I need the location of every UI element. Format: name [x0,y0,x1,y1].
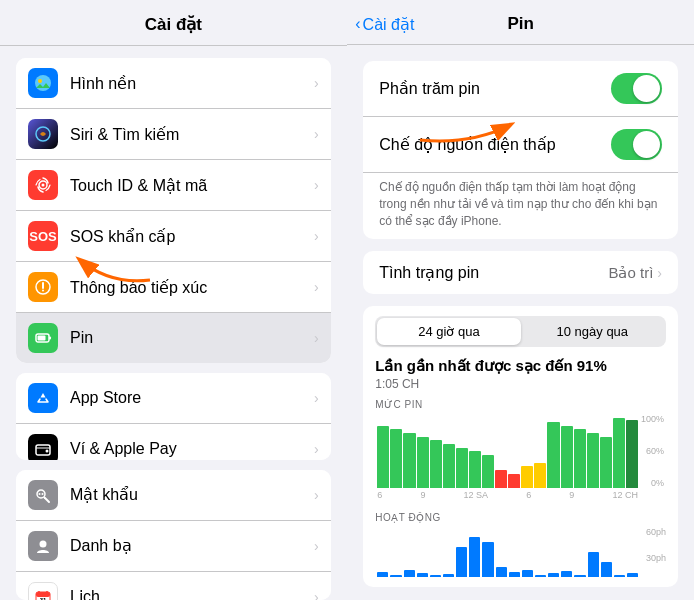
bar-17 [587,433,599,489]
chevron-danhba: › [314,538,319,554]
chart-y-labels: 100% 60% 0% [641,414,666,488]
hd-bar-6 [443,574,454,577]
back-button[interactable]: ‹ Cài đặt [355,15,414,34]
chevron-touchid: › [314,177,319,193]
x-6: 6 [526,490,531,500]
bar-18 [600,437,612,489]
svg-point-7 [42,290,44,292]
label-phantram: Phần trăm pin [379,79,480,98]
label-sos: SOS khẩn cấp [70,227,314,246]
icon-touchid [28,170,58,200]
hd-bar-16 [574,575,585,578]
icon-thongbao [28,272,58,302]
bar-11 [508,474,520,489]
icon-lich: 31 [28,582,58,600]
x-9: 9 [569,490,574,500]
row-pin[interactable]: Pin › [16,313,331,363]
row-touchid[interactable]: Touch ID & Mật mã › [16,160,331,211]
label-matkhau: Mật khẩu [70,485,314,504]
bar-7 [456,448,468,489]
chevron-siri: › [314,126,319,142]
icon-appstore [28,383,58,413]
hd-bar-20 [627,573,638,577]
label-vi: Ví & Apple Pay [70,440,314,458]
bar-14 [547,422,559,489]
label-hinh-nen: Hình nền [70,74,314,93]
x-9-am: 9 [420,490,425,500]
svg-point-15 [46,450,49,453]
segment-24h[interactable]: 24 giờ qua [377,318,520,345]
hd-bar-11 [509,572,520,577]
hd-bar-18 [601,562,612,577]
y-label-60: 60% [641,446,664,456]
chevron-lich: › [314,589,319,600]
chedo-desc: Chế độ nguồn điện thấp tạm thời làm hoạt… [363,173,678,239]
battery-chart: 100% 60% 0% 6 9 12 SA 6 9 12 CH [375,414,666,504]
row-siri[interactable]: Siri & Tìm kiếm › [16,109,331,160]
row-chedo: Chế độ nguồn điện thấp [363,117,678,173]
hd-bar-4 [417,573,428,577]
toggle-chedo[interactable] [611,129,662,160]
chevron-matkhau: › [314,487,319,503]
y-label-0: 0% [641,478,664,488]
hd-bar-2 [390,575,401,578]
hoat-dong-bars [375,527,640,577]
svg-point-4 [42,184,45,187]
hoat-dong-chart-wrap: 60ph 30ph [375,527,666,577]
row-matkhau[interactable]: Mật khẩu › [16,470,331,521]
row-lich[interactable]: 31 Lịch › [16,572,331,600]
hd-bar-12 [522,570,533,578]
x-12sa: 12 SA [464,490,489,500]
segment-10d[interactable]: 10 ngày qua [521,318,664,345]
bar-15 [561,426,573,489]
chevron-thongbao: › [314,279,319,295]
tinh-trang-row[interactable]: Tình trạng pin Bảo trì › [363,251,678,294]
icon-siri [28,119,58,149]
bar-12 [521,466,533,488]
battery-bars [375,414,640,488]
hd-bar-9 [482,542,493,577]
hd-bar-13 [535,575,546,578]
hd-y-60: 60ph [646,527,666,537]
hd-bar-14 [548,573,559,577]
row-appstore[interactable]: App Store › [16,373,331,424]
hoat-dong-y-labels: 60ph 30ph [646,527,666,563]
toggle-phantram[interactable] [611,73,662,104]
right-panel: ‹ Cài đặt Pin Phần trăm pin Chế độ nguồn… [347,0,694,600]
hoat-dong-label: HOẠT ĐỘNG [375,512,666,523]
x-6-am: 6 [377,490,382,500]
svg-point-0 [35,75,51,91]
hd-y-30: 30ph [646,553,666,563]
chevron-vi: › [314,441,319,457]
muc-pin-label: MỨC PIN [375,399,666,410]
hd-bar-8 [469,537,480,577]
back-chevron-icon: ‹ [355,15,360,33]
row-phantram: Phần trăm pin [363,61,678,117]
svg-rect-13 [34,389,52,407]
bar-6 [443,444,455,488]
row-danhba[interactable]: Danh bạ › [16,521,331,572]
bar-9 [482,455,494,488]
bar-10 [495,470,507,489]
chevron-hinh-nen: › [314,75,319,91]
label-danhba: Danh bạ [70,536,314,555]
row-thongbao[interactable]: Thông báo tiếp xúc › [16,262,331,313]
y-label-100: 100% [641,414,664,424]
icon-matkhau [28,480,58,510]
bar-2 [390,429,402,488]
label-touchid: Touch ID & Mật mã [70,176,314,195]
row-vi[interactable]: Ví & Apple Pay › [16,424,331,460]
row-hinh-nen[interactable]: Hình nền › [16,58,331,109]
svg-rect-10 [38,336,46,341]
charge-label: Lần gần nhất được sạc đến 91% [375,357,666,375]
label-chedo: Chế độ nguồn điện thấp [379,135,555,154]
hd-bar-15 [561,571,572,577]
bar-3 [403,433,415,489]
svg-point-18 [42,493,44,495]
row-sos[interactable]: SOS SOS khẩn cấp › [16,211,331,262]
x-12ch: 12 CH [612,490,638,500]
label-pin: Pin [70,329,314,347]
label-siri: Siri & Tìm kiếm [70,125,314,144]
icon-sos: SOS [28,221,58,251]
chevron-appstore: › [314,390,319,406]
